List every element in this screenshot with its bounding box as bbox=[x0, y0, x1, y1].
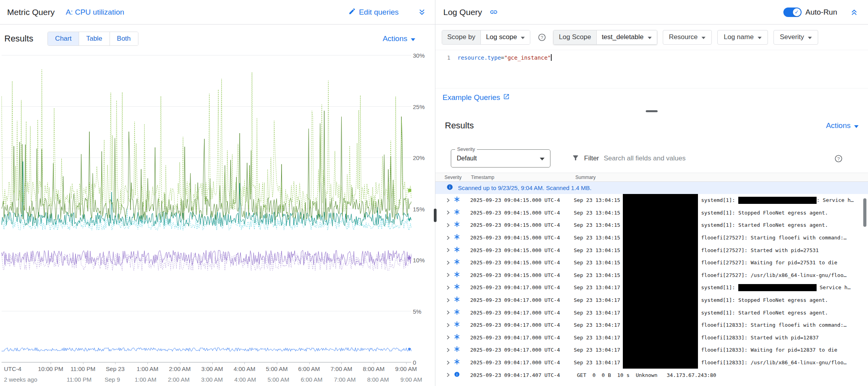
example-queries-link[interactable]: Example Queries bbox=[443, 93, 510, 102]
expand-chevron-icon[interactable] bbox=[445, 222, 452, 228]
severity-default-icon bbox=[454, 234, 460, 241]
filter-search-input[interactable] bbox=[604, 154, 828, 162]
expand-chevron-icon[interactable] bbox=[445, 260, 452, 266]
severity-default-icon bbox=[454, 271, 460, 279]
edit-queries-button[interactable]: Edit queries bbox=[348, 8, 399, 17]
log-actions-label: Actions bbox=[826, 121, 851, 130]
expand-queries-pane-icon[interactable] bbox=[416, 6, 428, 18]
log-name-filter-dropdown[interactable]: Log name bbox=[717, 30, 768, 45]
severity-cell bbox=[452, 296, 461, 304]
severity-filter-dropdown[interactable]: Severity bbox=[773, 30, 818, 45]
expand-chevron-icon[interactable] bbox=[445, 197, 452, 203]
log-timestamp: 2025-09-23 09:04:15.000 UTC-4 bbox=[470, 247, 574, 253]
log-entry-row[interactable]: 2025-09-23 09:04:15.000 UTC-4 Sep 23 13:… bbox=[435, 207, 868, 219]
log-message-text: flooefi[27527]: /usr/lib/x86_64-linux-gn… bbox=[701, 272, 847, 278]
log-message-text: flooefi[27527]: Started with pid=27531 bbox=[701, 247, 819, 253]
expand-chevron-icon[interactable] bbox=[445, 360, 452, 366]
metric-query-name-link[interactable]: A: CPU utilization bbox=[66, 8, 124, 17]
x-axis-label: 10:00 PM bbox=[38, 365, 63, 372]
expand-chevron-icon[interactable] bbox=[445, 272, 452, 278]
log-entry-row[interactable]: 2025-09-23 09:04:15.000 UTC-4 Sep 23 13:… bbox=[435, 244, 868, 256]
tab-both[interactable]: Both bbox=[110, 32, 138, 45]
expand-chevron-icon[interactable] bbox=[445, 247, 452, 253]
log-timestamp: 2025-09-23 09:04:15.000 UTC-4 bbox=[470, 260, 574, 265]
chart-view-toggle: Chart Table Both bbox=[47, 32, 138, 46]
log-entry-row[interactable]: 2025-09-23 09:04:17.000 UTC-4 Sep 23 13:… bbox=[435, 344, 868, 356]
log-actions-button[interactable]: Actions bbox=[826, 121, 859, 130]
expand-chevron-icon[interactable] bbox=[445, 209, 452, 216]
log-query-header: Log Query ✓ Auto-Run bbox=[435, 0, 868, 24]
log-message-suffix: Service h… bbox=[817, 284, 851, 290]
log-query-panel: Log Query ✓ Auto-Run Scope by Log scope bbox=[435, 0, 868, 386]
log-entry-row[interactable]: 2025-09-23 09:04:17.407 UTC-4 GET 0 0 B … bbox=[435, 369, 868, 381]
log-entry-row[interactable]: 2025-09-23 09:04:15.000 UTC-4 Sep 23 13:… bbox=[435, 256, 868, 269]
log-summary: Sep 23 13:04:15 systemd[1]: Started Floo… bbox=[574, 219, 868, 232]
expand-chevron-icon[interactable] bbox=[445, 372, 452, 378]
auto-run-toggle[interactable]: ✓ bbox=[783, 8, 802, 17]
log-entry-row[interactable]: 2025-09-23 09:04:17.000 UTC-4 Sep 23 13:… bbox=[435, 306, 868, 319]
collapse-panel-icon[interactable] bbox=[848, 6, 860, 18]
log-entry-row[interactable]: 2025-09-23 09:04:17.000 UTC-4 Sep 23 13:… bbox=[435, 319, 868, 331]
splitter-handle[interactable] bbox=[646, 110, 658, 112]
log-entry-row[interactable]: 2025-09-23 09:04:17.000 UTC-4 Sep 23 13:… bbox=[435, 281, 868, 294]
expand-chevron-icon[interactable] bbox=[445, 235, 452, 241]
y-axis-label: 10% bbox=[413, 257, 425, 264]
log-message: systemd[1]: Started FlooNet egress agent… bbox=[701, 306, 828, 319]
expand-chevron-icon[interactable] bbox=[445, 309, 452, 316]
filter-help-icon[interactable]: ? bbox=[832, 153, 844, 164]
tab-chart[interactable]: Chart bbox=[48, 32, 79, 45]
log-message-text: flooefi[27527]: Starting flooefi with co… bbox=[701, 235, 847, 241]
expand-chevron-icon[interactable] bbox=[445, 347, 452, 353]
expand-chevron-icon[interactable] bbox=[445, 322, 452, 328]
editor-code-line[interactable]: resource.type="gce_instance" bbox=[458, 53, 552, 88]
text-cursor bbox=[551, 54, 552, 61]
log-timestamp: 2025-09-23 09:04:15.000 UTC-4 bbox=[470, 222, 574, 228]
log-timestamp: 2025-09-23 09:04:17.000 UTC-4 bbox=[470, 297, 574, 303]
resource-filter-label: Resource bbox=[669, 33, 698, 41]
results-scrollbar-thumb[interactable] bbox=[863, 198, 866, 227]
metric-actions-button[interactable]: Actions bbox=[383, 34, 415, 43]
severity-cell bbox=[452, 247, 461, 254]
log-message-text: flooefi[27527]: Waiting for pid=27531 to… bbox=[701, 260, 837, 265]
redaction-block bbox=[623, 306, 698, 319]
log-entry-row[interactable]: 2025-09-23 09:04:15.000 UTC-4 Sep 23 13:… bbox=[435, 194, 868, 207]
log-message-text: systemd[1]: Stopped FlooNet egress agent… bbox=[701, 210, 828, 216]
log-message-text: systemd[1]: bbox=[701, 197, 738, 203]
x-axis-label: 8:00 AM bbox=[363, 365, 384, 372]
syslog-time: Sep 23 13:04:17 bbox=[574, 281, 623, 294]
example-queries-label: Example Queries bbox=[443, 93, 500, 102]
query-results-splitter bbox=[435, 107, 868, 115]
chart-x-axis-compare: 2 weeks ago11:00 PMSep 91:00 AM2:00 AM3:… bbox=[2, 376, 411, 383]
log-query-editor[interactable]: 1 resource.type="gce_instance" bbox=[435, 50, 868, 88]
redaction-block bbox=[623, 194, 698, 207]
y-axis-label: 0 bbox=[413, 359, 416, 366]
edit-queries-label: Edit queries bbox=[359, 8, 399, 17]
tab-table[interactable]: Table bbox=[79, 32, 110, 45]
redaction-block bbox=[623, 244, 698, 256]
severity-select[interactable]: Severity Default bbox=[451, 149, 550, 168]
log-scope-dropdown[interactable]: Log scope bbox=[481, 30, 530, 44]
log-entry-row[interactable]: 2025-09-23 09:04:15.000 UTC-4 Sep 23 13:… bbox=[435, 232, 868, 244]
log-message-text: systemd[1]: Stopped FlooNet egress agent… bbox=[701, 297, 828, 303]
log-entry-row[interactable]: 2025-09-23 09:04:15.000 UTC-4 Sep 23 13:… bbox=[435, 269, 868, 282]
log-timestamp: 2025-09-23 09:04:17.000 UTC-4 bbox=[470, 284, 574, 290]
log-entry-row[interactable]: 2025-09-23 09:04:17.000 UTC-4 Sep 23 13:… bbox=[435, 294, 868, 307]
chart-plot[interactable] bbox=[2, 55, 411, 362]
log-entry-row[interactable]: 2025-09-23 09:04:17.000 UTC-4 Sep 23 13:… bbox=[435, 331, 868, 344]
log-entry-row[interactable]: 2025-09-23 09:04:15.000 UTC-4 Sep 23 13:… bbox=[435, 219, 868, 232]
expand-chevron-icon[interactable] bbox=[445, 297, 452, 303]
log-entry-row[interactable]: 2025-09-23 09:04:17.000 UTC-4 Sep 23 13:… bbox=[435, 356, 868, 369]
resource-filter-dropdown[interactable]: Resource bbox=[663, 30, 712, 45]
column-severity: Severity bbox=[444, 175, 461, 180]
severity-cell bbox=[452, 309, 461, 316]
panel-resize-grip[interactable] bbox=[434, 209, 437, 222]
copy-link-icon[interactable] bbox=[488, 6, 499, 18]
expand-chevron-icon[interactable] bbox=[445, 284, 452, 291]
syslog-time: Sep 23 13:04:15 bbox=[574, 194, 623, 207]
log-name-filter-label: Log name bbox=[724, 33, 754, 41]
cpu-utilization-chart[interactable]: 30%25%20%15%10%5%0 UTC-410:00 PM11:00 PM… bbox=[0, 53, 435, 386]
severity-cell bbox=[452, 371, 461, 379]
log-scope-value-dropdown[interactable]: test_deletable bbox=[597, 30, 657, 44]
scope-help-icon[interactable]: ? bbox=[536, 31, 548, 43]
expand-chevron-icon[interactable] bbox=[445, 334, 452, 341]
